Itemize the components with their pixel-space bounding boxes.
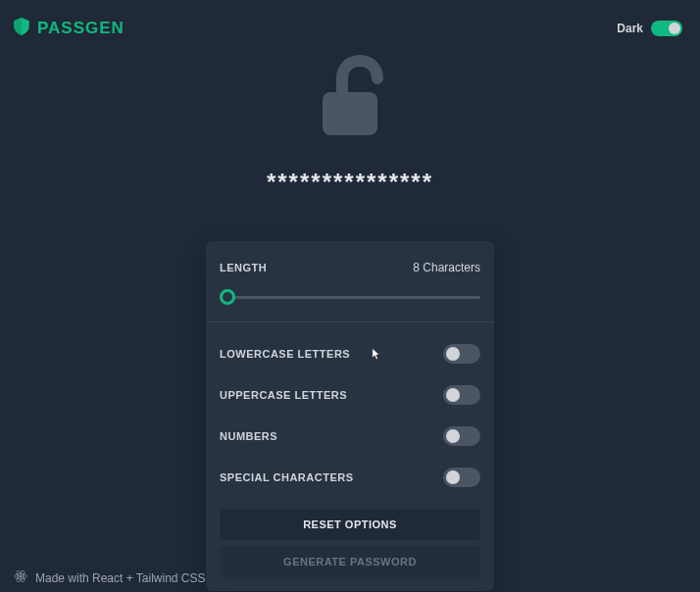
special-toggle[interactable] [443, 468, 480, 487]
password-display: *************** [267, 169, 433, 196]
shield-icon [14, 18, 29, 39]
brand: PASSGEN [14, 18, 125, 39]
length-value: 8 Characters [413, 261, 480, 274]
react-icon [14, 569, 27, 586]
length-label: LENGTH [220, 262, 267, 273]
theme-toggle[interactable] [651, 21, 682, 36]
footer-text: Made with React + Tailwind CSS [35, 571, 206, 585]
theme-label: Dark [617, 22, 643, 35]
lowercase-label: LOWERCASE LETTERS [220, 348, 350, 360]
footer: Made with React + Tailwind CSS [0, 562, 220, 592]
reset-button[interactable]: RESET OPTIONS [220, 509, 480, 540]
svg-rect-0 [323, 92, 377, 135]
numbers-toggle[interactable] [443, 426, 480, 446]
uppercase-label: UPPERCASE LETTERS [220, 389, 347, 401]
special-label: SPECIAL CHARACTERS [220, 471, 354, 483]
brand-name: PASSGEN [37, 19, 125, 38]
numbers-label: NUMBERS [220, 430, 277, 442]
svg-point-1 [20, 575, 23, 578]
length-slider[interactable] [220, 288, 480, 306]
generate-button[interactable]: GENERATE PASSWORD [220, 546, 480, 577]
lowercase-toggle[interactable] [443, 344, 480, 364]
unlock-icon [313, 53, 387, 141]
options-panel: LENGTH 8 Characters LOWERCASE LETTERS UP… [206, 241, 494, 591]
uppercase-toggle[interactable] [443, 385, 480, 405]
